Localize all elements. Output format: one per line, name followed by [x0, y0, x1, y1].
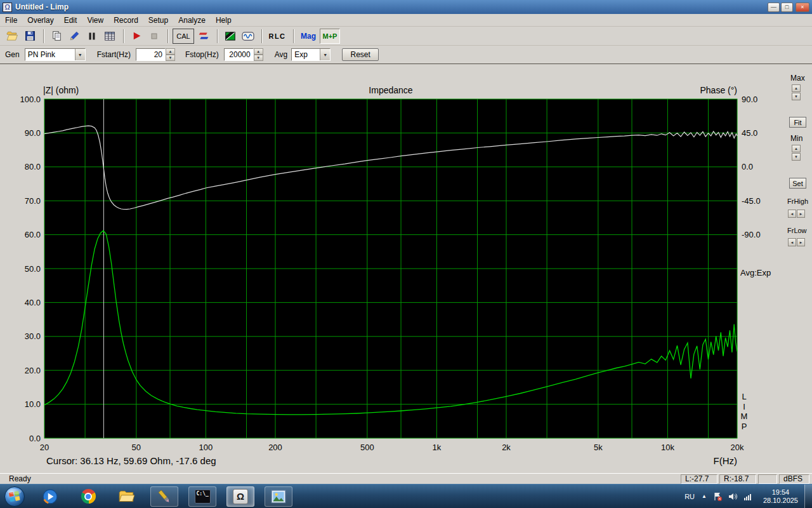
generator-type-select[interactable]: PN Pink ▼	[25, 48, 86, 61]
frlow-spinner[interactable]: ◄ ►	[788, 238, 806, 246]
reset-button[interactable]: Reset	[342, 48, 379, 61]
calibrate-button[interactable]: CAL	[173, 29, 194, 44]
spectrum-mode-button[interactable]	[222, 29, 239, 44]
limp-letter: M	[738, 411, 750, 422]
copy-button[interactable]	[48, 29, 65, 44]
menu-view[interactable]: View	[82, 15, 108, 26]
impedance-tick-label: 90.0	[25, 128, 41, 138]
phase-tick-label: 45.0	[742, 128, 757, 138]
toolbar-separator	[293, 29, 294, 43]
max-spinner[interactable]: ▲ ▼	[792, 84, 801, 101]
max-down-icon[interactable]: ▼	[792, 93, 801, 100]
magnitude-view-button[interactable]: Mag	[298, 29, 318, 44]
clock-date: 28.10.2025	[763, 497, 798, 505]
chart-panel: 100.090.080.070.060.050.040.030.020.010.…	[0, 64, 812, 473]
clock-time: 19:54	[763, 488, 798, 497]
taskbar-limp-app[interactable]: Ω	[226, 486, 254, 507]
frhigh-spinner[interactable]: ◄ ►	[788, 210, 806, 218]
taskbar-image-viewer[interactable]	[265, 486, 292, 507]
frequency-tick-label: 50	[132, 443, 141, 452]
menu-edit[interactable]: Edit	[59, 15, 82, 26]
action-center-button[interactable]	[712, 491, 723, 502]
start-button[interactable]	[3, 485, 26, 508]
menu-help[interactable]: Help	[211, 15, 237, 26]
impedance-plot[interactable]: 100.090.080.070.060.050.040.030.020.010.…	[0, 64, 782, 474]
frhigh-right-icon[interactable]: ►	[797, 210, 805, 218]
start-record-button[interactable]	[128, 29, 145, 44]
open-file-button[interactable]	[4, 29, 20, 44]
menu-record[interactable]: Record	[108, 15, 143, 26]
statusbar: Ready L:-27.7 R:-18.7 dBFS	[0, 473, 812, 484]
edit-pen-button[interactable]	[66, 29, 82, 44]
fit-button[interactable]: Fit	[789, 117, 806, 128]
stop-record-button[interactable]	[146, 29, 162, 44]
open-folder-icon	[6, 30, 18, 42]
language-indicator[interactable]: RU	[681, 493, 698, 500]
taskbar-explorer[interactable]	[112, 486, 140, 507]
min-down-icon[interactable]: ▼	[792, 153, 801, 161]
show-desktop-button[interactable]	[804, 485, 812, 508]
fstart-label: Fstart(Hz)	[97, 50, 131, 59]
menu-overlay[interactable]: Overlay	[22, 15, 58, 26]
avg-label: Avg	[275, 50, 287, 59]
min-spinner[interactable]: ▲ ▼	[792, 145, 801, 161]
max-up-icon[interactable]: ▲	[792, 84, 801, 92]
command-prompt-icon: C:\_	[195, 490, 211, 504]
pause-button[interactable]	[84, 29, 100, 44]
fstop-value[interactable]: 20000	[224, 48, 254, 61]
toolbar-separator	[217, 29, 218, 43]
combo-arrow-icon[interactable]: ▼	[320, 49, 330, 60]
chart-title: Impedance	[296, 85, 486, 95]
menu-file[interactable]: File	[0, 15, 22, 26]
minimize-button[interactable]: —	[768, 3, 780, 12]
magnitude-phase-view-button[interactable]: M+P	[320, 29, 340, 44]
titlebar[interactable]: Ω Untitled - Limp — □ ×	[0, 0, 812, 14]
volume-button[interactable]	[728, 491, 738, 502]
frlow-right-icon[interactable]: ►	[797, 238, 805, 246]
rlc-button[interactable]: RLC	[266, 29, 288, 44]
fstop-up-icon[interactable]: ▲	[254, 48, 263, 55]
limp-letter: P	[738, 422, 750, 432]
tray-expand-icon[interactable]: ▲	[698, 493, 710, 499]
fstop-down-icon[interactable]: ▼	[254, 55, 263, 61]
fstart-spinner[interactable]: 20 ▲ ▼	[136, 48, 175, 61]
taskbar-command-prompt[interactable]: C:\_	[188, 486, 216, 507]
limp-letter: I	[738, 402, 750, 412]
impedance-tick-label: 80.0	[25, 162, 41, 171]
maximize-button[interactable]: □	[781, 3, 793, 12]
taskbar-browser[interactable]	[74, 486, 102, 507]
fstop-spinner[interactable]: 20000 ▲ ▼	[224, 48, 263, 61]
frlow-left-icon[interactable]: ◄	[788, 238, 796, 246]
left-axis-title: |Z| (ohm)	[43, 85, 79, 95]
overlay-colors-button[interactable]	[195, 29, 212, 44]
fstart-value[interactable]: 20	[136, 48, 166, 61]
frlow-label: FrLow	[787, 227, 807, 234]
x-axis-title: F(Hz)	[679, 455, 737, 466]
phase-tick-label: -90.0	[742, 230, 761, 239]
impedance-tick-label: 10.0	[25, 399, 41, 409]
averaging-select[interactable]: Exp ▼	[291, 48, 331, 61]
table-grid-icon	[104, 30, 115, 42]
frhigh-left-icon[interactable]: ◄	[788, 210, 796, 218]
signal-generator-button[interactable]	[240, 29, 256, 44]
set-button[interactable]: Set	[789, 178, 806, 189]
fstart-down-icon[interactable]: ▼	[166, 55, 175, 61]
taskbar-media-player[interactable]	[36, 486, 64, 507]
menu-analyze[interactable]: Analyze	[173, 15, 211, 26]
close-button[interactable]: ×	[796, 3, 809, 12]
menu-setup[interactable]: Setup	[143, 15, 173, 26]
combo-arrow-icon[interactable]: ▼	[75, 49, 85, 60]
windows-logo-icon	[4, 486, 25, 507]
flag-icon	[712, 491, 723, 502]
min-up-icon[interactable]: ▲	[792, 145, 801, 152]
taskbar-utility-app[interactable]	[150, 486, 178, 507]
network-bars-icon	[743, 491, 753, 502]
level-units: dBFS	[779, 474, 809, 484]
impedance-tick-label: 40.0	[25, 298, 41, 307]
table-view-button[interactable]	[102, 29, 118, 44]
network-button[interactable]	[743, 491, 753, 502]
clock[interactable]: 19:54 28.10.2025	[763, 488, 798, 505]
close-icon: ×	[801, 4, 804, 10]
save-file-button[interactable]	[22, 29, 38, 44]
fstart-up-icon[interactable]: ▲	[166, 48, 175, 55]
